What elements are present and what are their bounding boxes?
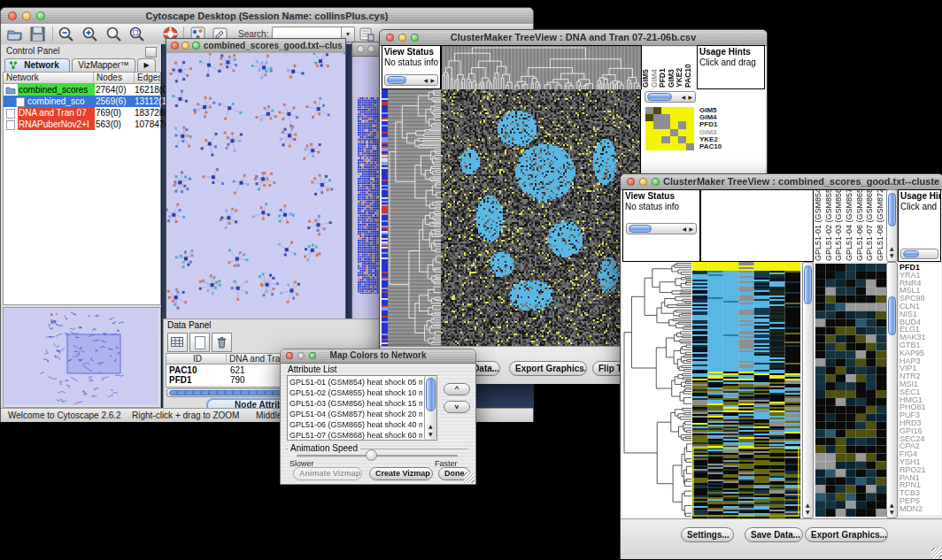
- move-down-button[interactable]: v: [444, 401, 470, 413]
- column-dendrogram-area[interactable]: [700, 189, 814, 262]
- network1-titlebar[interactable]: combined_scores_good.txt--cluste...: [166, 39, 345, 54]
- network-overview-thumbnail[interactable]: [3, 307, 161, 408]
- column-label: GIM4: [651, 47, 660, 88]
- move-up-button[interactable]: ^: [444, 383, 470, 395]
- attribute-list-item[interactable]: GPL51-06 (GSM865) heat shock 40 min: [290, 419, 422, 430]
- tab-network[interactable]: Network: [4, 58, 70, 72]
- col-header-edges[interactable]: Edges: [135, 73, 160, 84]
- network-canvas[interactable]: [166, 53, 344, 322]
- close-button[interactable]: [286, 352, 293, 359]
- row-id[interactable]: PFD1: [169, 375, 192, 385]
- animation-speed-slider-thumb[interactable]: [366, 449, 377, 461]
- network-overview-icon[interactable]: [359, 26, 375, 42]
- zoom-matrix[interactable]: [645, 107, 694, 150]
- heatmap-vscrollbar[interactable]: ▲▼: [802, 262, 814, 518]
- close-button[interactable]: [8, 12, 17, 20]
- dense-network-canvas[interactable]: [358, 97, 381, 294]
- matrix-cell: [678, 107, 686, 114]
- export-graphics-button[interactable]: Export Graphics...: [805, 527, 888, 542]
- animate-vizmap-button[interactable]: Animate Vizmap: [293, 467, 362, 480]
- row-dendrogram[interactable]: [388, 89, 441, 346]
- zoom-out-icon[interactable]: [58, 26, 74, 42]
- correlation-heatmap[interactable]: [441, 89, 640, 346]
- export-graphics-button[interactable]: Export Graphics...: [509, 361, 587, 376]
- network-row-selected[interactable]: combined_sco 2569(6) 13112(15): [4, 96, 160, 107]
- attribute-list[interactable]: GPL51-01 (GSM854) heat shock 05 minGPL51…: [287, 375, 437, 441]
- attribute-list-item[interactable]: GPL51-02 (GSM855) heat shock 10 min: [290, 387, 422, 398]
- zoom-panel-hscrollbar[interactable]: ◀▶: [645, 91, 696, 103]
- new-document-tab[interactable]: [189, 333, 210, 352]
- matrix-cell: [670, 107, 678, 114]
- minimize-button[interactable]: [297, 352, 305, 359]
- attribute-list-item[interactable]: GPL51-07 (GSM868) heat shock 60 min: [290, 430, 422, 441]
- view-status-hscrollbar[interactable]: ◀▶: [384, 74, 438, 86]
- usage-hints-hscrollbar[interactable]: [900, 249, 938, 259]
- zoom-button[interactable]: [652, 178, 660, 186]
- attribute-list-vscrollbar[interactable]: ▲▼: [424, 376, 436, 440]
- attribute-list-item[interactable]: GPL51-04 (GSM857) heat shock 20 min: [290, 409, 422, 419]
- global-color-strip[interactable]: [382, 89, 388, 346]
- attribute-list-item[interactable]: GPL51-01 (GSM854) heat shock 05 min: [290, 377, 422, 387]
- minimize-button[interactable]: [367, 45, 375, 53]
- header-vscrollbar[interactable]: ▲▼: [886, 189, 898, 262]
- animation-speed-slider-track[interactable]: [297, 455, 458, 457]
- tab-vizmapper[interactable]: VizMapper™: [72, 58, 135, 72]
- close-button[interactable]: [357, 45, 365, 53]
- gene-list-item[interactable]: MON2: [900, 505, 941, 513]
- close-button[interactable]: [627, 178, 635, 186]
- zoom-in-icon[interactable]: [81, 26, 98, 42]
- zoom-button[interactable]: [411, 34, 419, 42]
- minimize-button[interactable]: [639, 178, 647, 186]
- attribute-list-item[interactable]: GPL51-03 (GSM856) heat shock 15 min: [290, 398, 422, 409]
- row-value[interactable]: 790: [230, 375, 245, 385]
- network-row-dna-tran[interactable]: DNA and Tran 07 769(0) 183728(0): [4, 107, 160, 119]
- zoom-button[interactable]: [309, 352, 316, 359]
- close-button[interactable]: [171, 42, 179, 50]
- resize-grip[interactable]: [931, 548, 942, 558]
- column-label: PAC10: [684, 47, 693, 88]
- minimize-button[interactable]: [22, 12, 31, 20]
- row-dendrogram[interactable]: [622, 262, 691, 518]
- view-status-title: View Status: [384, 47, 440, 58]
- settings-button[interactable]: Settings...: [681, 527, 734, 542]
- float-panel-icon[interactable]: [145, 47, 157, 58]
- network-row-rnapuber[interactable]: RNAPuberNov2+I 563(0) 107847(0): [4, 119, 160, 130]
- col-header-nodes[interactable]: Nodes: [94, 73, 135, 84]
- view-status-hscrollbar[interactable]: ◀▶: [626, 223, 697, 234]
- zoom-heatmap[interactable]: [815, 264, 886, 517]
- genelist-vscrollbar[interactable]: ▲▼: [886, 262, 898, 518]
- matrix-cell: [661, 143, 669, 150]
- trash-icon: [216, 336, 228, 349]
- tab-overflow-arrow[interactable]: ▶: [137, 58, 156, 72]
- gene-list[interactable]: PFD1YRA1RNR4MSL1SPC98CLN1NIS1BUD4ELG1MAK…: [900, 264, 941, 515]
- treeview2-titlebar[interactable]: ClusterMaker TreeView : combined_scores_…: [621, 174, 942, 190]
- close-button[interactable]: [386, 34, 394, 42]
- table-view-tab[interactable]: [167, 333, 188, 352]
- zoom-button[interactable]: [192, 42, 200, 50]
- delete-tab[interactable]: [212, 333, 232, 352]
- matrix-cell: [661, 129, 669, 136]
- zoom-selected-icon[interactable]: [128, 26, 145, 42]
- main-titlebar[interactable]: Cytoscape Desktop (Session Name: collins…: [1, 8, 533, 25]
- matrix-cell: [670, 114, 678, 121]
- expression-heatmap[interactable]: [692, 262, 800, 518]
- dialog-titlebar[interactable]: Map Colors to Network: [281, 349, 475, 364]
- zoom-fit-icon[interactable]: [105, 26, 122, 42]
- matrix-cell: [661, 121, 669, 128]
- minimize-button[interactable]: [181, 42, 189, 50]
- row-id[interactable]: PAC10: [169, 365, 197, 375]
- save-icon[interactable]: [29, 26, 46, 42]
- row-value[interactable]: 621: [230, 365, 245, 375]
- view-status-title: View Status: [625, 191, 699, 202]
- open-file-icon[interactable]: [6, 26, 23, 42]
- network-row-combined-scores[interactable]: combined_scores 2764(0) 16218(0): [4, 84, 160, 96]
- col-header-network[interactable]: Network: [4, 73, 94, 84]
- column-dendrogram[interactable]: [441, 45, 642, 91]
- usage-hints-panel: Usage Hints Click and drag: [697, 45, 765, 89]
- resize-grip[interactable]: [464, 472, 475, 483]
- col-header-id[interactable]: ID: [166, 354, 227, 364]
- minimize-button[interactable]: [398, 34, 406, 42]
- save-data-button[interactable]: Save Data...: [745, 527, 803, 542]
- create-vizmap-button[interactable]: Create Vizmap: [369, 467, 433, 480]
- treeview1-titlebar[interactable]: ClusterMaker TreeView : DNA and Tran 07-…: [380, 30, 767, 46]
